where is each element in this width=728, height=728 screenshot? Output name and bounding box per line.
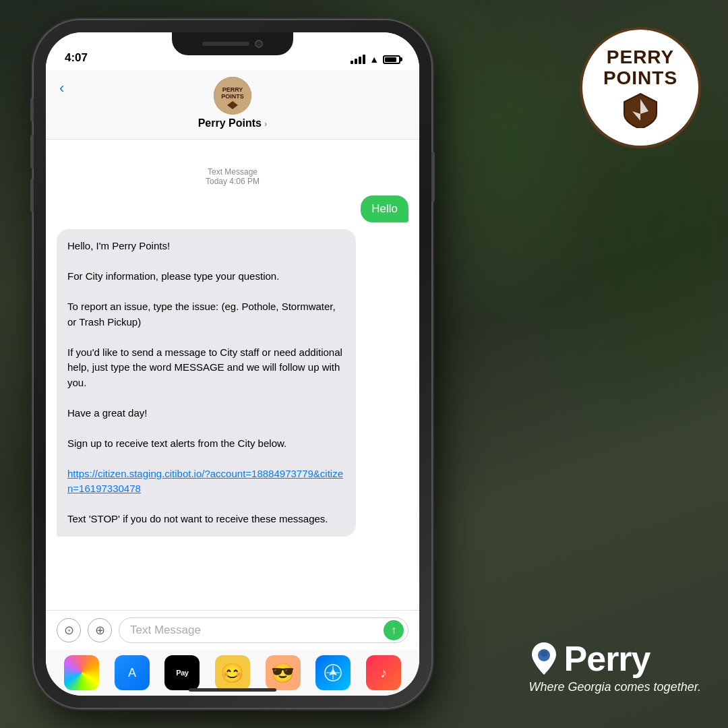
input-bar: ⊙ ⊕ Text Message ↑ (46, 610, 419, 650)
power-button (431, 152, 435, 202)
perry-city-logo: Perry Where Georgia comes together. (529, 638, 701, 694)
message-timestamp: Text Message Today 4:06 PM (57, 167, 408, 186)
received-bubble: Hello, I'm Perry Points! For City inform… (57, 229, 356, 537)
battery-icon (383, 55, 400, 64)
wifi-icon: ▲ (369, 54, 379, 65)
speaker-grille (202, 42, 249, 46)
appstore-app-icon[interactable]: A (115, 655, 150, 690)
sent-message: Hello (57, 195, 408, 222)
avatar-image: PERRY POINTS (214, 77, 251, 115)
svg-text:PERRY: PERRY (222, 86, 243, 93)
camera-button[interactable]: ⊙ (57, 618, 81, 642)
volume-up-button (30, 135, 34, 169)
message-input-wrap: Text Message ↑ (119, 617, 408, 643)
applepay-icon[interactable]: Pay (164, 655, 200, 690)
received-message: Hello, I'm Perry Points! For City inform… (57, 229, 408, 537)
sent-bubble: Hello (361, 195, 408, 222)
appstore-button[interactable]: ⊕ (88, 618, 112, 642)
memoji1-icon[interactable]: 😊 (215, 655, 250, 690)
message-input-placeholder[interactable]: Text Message (130, 624, 201, 637)
citibot-link[interactable]: https://citizen.staging.citibot.io/?acco… (67, 468, 343, 495)
status-icons: ▲ (351, 54, 400, 65)
messages-header: ‹ PERRY POINTS Perry Points › (46, 70, 419, 140)
front-camera (255, 40, 263, 48)
silent-switch (30, 98, 34, 121)
phone: 4:07 ▲ ‹ (34, 20, 431, 708)
shield-icon (620, 91, 661, 128)
contact-chevron: › (264, 119, 267, 129)
back-button[interactable]: ‹ (59, 80, 64, 97)
svg-text:♪: ♪ (380, 665, 387, 680)
home-indicator[interactable] (189, 688, 276, 692)
phone-notch (172, 32, 293, 55)
music-icon[interactable]: ♪ (366, 655, 401, 690)
signal-strength (351, 55, 365, 64)
contact-name: Perry Points (198, 117, 262, 129)
photos-app-icon[interactable] (64, 655, 99, 690)
contact-avatar: PERRY POINTS (214, 77, 251, 115)
safari-icon[interactable] (315, 655, 351, 690)
messages-area[interactable]: Text Message Today 4:06 PM Hello Hello, … (46, 158, 419, 608)
svg-text:A: A (128, 666, 136, 679)
perry-points-logo: PERRY POINTS (580, 27, 701, 148)
volume-down-button (30, 179, 34, 212)
svg-text:POINTS: POINTS (221, 93, 244, 100)
perry-pin-icon (529, 641, 559, 676)
memoji2-icon[interactable]: 😎 (266, 655, 301, 690)
send-button[interactable]: ↑ (384, 620, 404, 640)
contact-name-row: Perry Points › (198, 117, 268, 129)
